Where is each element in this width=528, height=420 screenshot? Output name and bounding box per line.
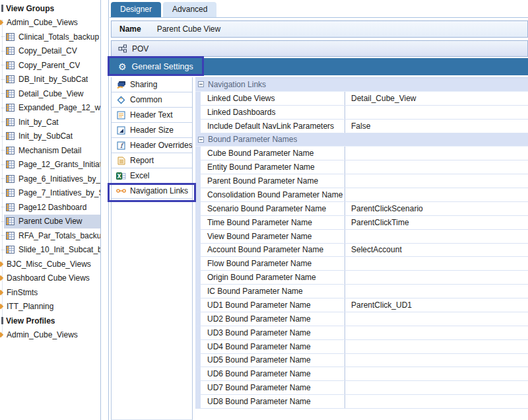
row-gutter xyxy=(195,367,201,380)
property-value[interactable] xyxy=(345,174,528,188)
general-settings-label: General Settings xyxy=(132,62,193,71)
tree-item[interactable]: View Groups xyxy=(0,1,100,16)
tree-item[interactable]: View Profiles xyxy=(0,314,100,328)
menu-item-label: Header Size xyxy=(130,125,174,135)
tree-item[interactable]: DB_Init_by_SubCat xyxy=(4,73,100,87)
property-row: UD8 Bound Parameter Name xyxy=(195,395,528,409)
tree-item[interactable]: Page_7_Intiatives_by_SubCa xyxy=(4,186,100,201)
property-label: UD3 Bound Parameter Name xyxy=(201,328,345,337)
tree-item[interactable]: Dashboard Cube Views xyxy=(0,271,100,286)
tree-item[interactable]: FinStmts xyxy=(0,285,100,300)
cube-view-table-icon xyxy=(6,33,15,41)
tree-item[interactable]: Copy_Parent_CV xyxy=(4,58,100,73)
tree-item-label: Page_7_Intiatives_by_SubCa xyxy=(18,188,100,197)
cube-view-table-icon xyxy=(6,160,15,168)
property-row: UD3 Bound Parameter Name xyxy=(195,326,528,340)
cube-view-table-icon xyxy=(6,147,15,155)
tree-item-label: Copy_Parent_CV xyxy=(18,61,80,70)
cube-view-table-icon xyxy=(6,189,15,197)
orange-diamond-icon xyxy=(0,262,3,267)
property-value[interactable] xyxy=(345,188,528,201)
general-settings-bar[interactable]: ⚙ General Settings xyxy=(110,58,528,75)
property-value[interactable] xyxy=(345,230,528,243)
tree-item[interactable]: Expanded_Page_12_working xyxy=(4,101,100,116)
tree-item[interactable]: Init_by_Cat xyxy=(4,115,100,129)
collapse-minus-icon[interactable] xyxy=(198,137,204,143)
tree-item[interactable]: BJC_Misc_Cube_Views xyxy=(0,257,100,271)
property-value[interactable]: ParentClick_UD1 xyxy=(345,298,528,312)
tree-item[interactable]: Page_12_Grants_Initiatives_ xyxy=(4,158,100,172)
pov-expander[interactable]: POV xyxy=(111,40,528,57)
property-value[interactable]: ParentClickScenario xyxy=(345,202,528,215)
orange-diamond-icon xyxy=(0,20,3,25)
menu-item-header-overrides[interactable]: f Header Overrides xyxy=(112,138,192,153)
property-label: UD2 Bound Parameter Name xyxy=(201,314,345,324)
tree-item[interactable]: Page12 Dashboard xyxy=(4,200,100,215)
menu-item-report[interactable]: Report xyxy=(112,153,192,168)
property-value[interactable] xyxy=(345,381,528,394)
property-value[interactable] xyxy=(345,147,528,160)
cube-view-table-icon xyxy=(6,104,15,112)
tree-item[interactable]: Admin_Cube_Views xyxy=(0,16,100,30)
property-value[interactable] xyxy=(345,285,528,298)
tree-item[interactable]: RFA_Par_Totals_backup xyxy=(4,228,100,243)
property-value[interactable] xyxy=(345,257,528,270)
menu-item-excel[interactable]: X Excel xyxy=(112,168,192,184)
name-field[interactable]: Parent Cube View xyxy=(157,24,221,34)
tab-designer[interactable]: Designer xyxy=(111,2,161,17)
tree-item[interactable]: Admin_Cube_Views xyxy=(0,328,100,343)
tree-item-label: View Profiles xyxy=(6,316,55,326)
tree-item-label: Copy_Detail_CV xyxy=(18,46,77,55)
tree-item[interactable]: Page_6_Initiatives_by_Categ xyxy=(4,172,100,186)
tab-advanced[interactable]: Advanced xyxy=(163,2,216,17)
property-value[interactable]: False xyxy=(345,120,528,133)
property-label: Cube Bound Parameter Name xyxy=(201,149,345,158)
tree-item[interactable]: Parent Cube View xyxy=(4,215,100,229)
property-label: Linked Cube Views xyxy=(201,94,345,103)
property-value[interactable] xyxy=(345,160,528,174)
property-value[interactable] xyxy=(345,326,528,339)
menu-item-header-size[interactable]: Header Size xyxy=(112,123,192,138)
menu-item-label: Navigation Links xyxy=(130,186,188,195)
gear-icon: ⚙ xyxy=(118,62,127,71)
property-label: UD6 Bound Parameter Name xyxy=(201,369,345,378)
row-gutter xyxy=(195,202,201,215)
property-row: Linked Dashboards xyxy=(195,106,528,120)
tree-item[interactable]: Detail_Cube_View xyxy=(4,87,100,101)
tree-item[interactable]: Clinical_Totals_backup xyxy=(4,30,100,44)
property-row: UD7 Bound Parameter Name xyxy=(195,381,528,395)
view-tree: View Groups Admin_Cube_Views Clinical_To… xyxy=(0,0,100,342)
property-value[interactable]: Detail_Cube_View xyxy=(345,92,528,105)
property-row: Linked Cube Views Detail_Cube_View xyxy=(195,92,528,106)
cube-view-table-icon xyxy=(6,47,15,55)
menu-item-common[interactable]: Common xyxy=(112,92,192,108)
collapse-minus-icon[interactable] xyxy=(198,81,204,87)
menu-item-header-text[interactable]: Header Text xyxy=(112,108,192,123)
property-value[interactable] xyxy=(345,340,528,353)
property-label: UD8 Bound Parameter Name xyxy=(201,397,345,406)
property-value[interactable] xyxy=(345,367,528,380)
tree-item-label: Dashboard Cube Views xyxy=(7,273,90,283)
property-value[interactable] xyxy=(345,106,528,119)
tree-item[interactable]: Copy_Detail_CV xyxy=(4,44,100,59)
sidebar: View Groups Admin_Cube_Views Clinical_To… xyxy=(0,0,100,420)
menu-item-sharing[interactable]: Sharing xyxy=(112,77,192,92)
tree-item[interactable]: Init_by_SubCat xyxy=(4,129,100,144)
row-gutter xyxy=(195,120,201,133)
property-value[interactable]: SelectAccount xyxy=(345,244,528,257)
header-text-icon xyxy=(116,111,126,120)
property-value[interactable] xyxy=(345,312,528,326)
property-value[interactable]: ParentClickTime xyxy=(345,216,528,229)
property-value[interactable] xyxy=(345,395,528,408)
row-gutter xyxy=(195,216,201,229)
tree-item[interactable]: Mechanism Detail xyxy=(4,143,100,158)
menu-item-label: Header Overrides xyxy=(130,141,192,150)
tree-item[interactable]: Slide_10_Init_Subcat_by_Me xyxy=(4,243,100,258)
menu-item-navigation-links[interactable]: Navigation Links xyxy=(112,184,192,199)
property-label: Scenario Bound Parameter Name xyxy=(201,204,345,213)
property-value[interactable] xyxy=(345,271,528,284)
clipped-folder-icon xyxy=(1,5,3,12)
menu-item-label: Report xyxy=(130,156,154,165)
property-value[interactable] xyxy=(345,354,528,367)
tree-item[interactable]: ITT_Planning xyxy=(0,300,100,314)
